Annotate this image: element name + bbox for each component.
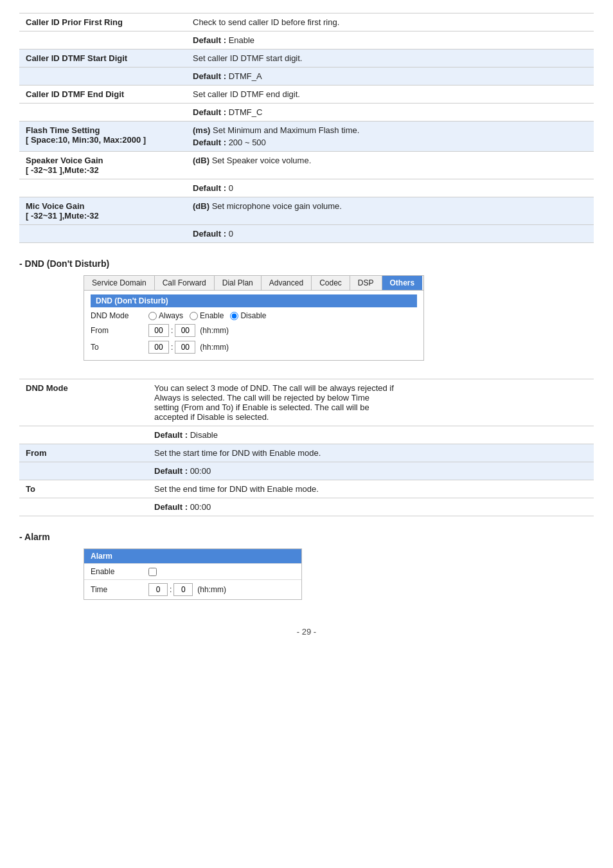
dnd-disable-option[interactable]: Disable	[230, 311, 266, 320]
tab-call-forward[interactable]: Call Forward	[155, 276, 215, 290]
tab-codec[interactable]: Codec	[312, 276, 350, 290]
setting-value: Set caller ID DTMF end digit.	[186, 86, 594, 104]
dnd-setting-label: DND Mode	[19, 379, 148, 426]
tab-service-domain[interactable]: Service Domain	[84, 276, 155, 290]
alarm-time-label: Time	[91, 585, 148, 594]
page-number: - 29 -	[19, 627, 594, 637]
alarm-enable-row: Enable	[84, 563, 301, 579]
alarm-time-input: : (hh:mm)	[148, 583, 226, 596]
dnd-settings-table: DND Mode You can select 3 mode of DND. T…	[19, 379, 594, 516]
dnd-to-label: To	[91, 343, 148, 352]
dnd-mode-label: DND Mode	[91, 311, 148, 320]
table-row: Speaker Voice Gain [ -32~31 ],Mute:-32 (…	[19, 152, 594, 179]
setting-label: Caller ID Prior First Ring	[19, 14, 186, 32]
dnd-from-minute[interactable]	[175, 324, 195, 337]
setting-value: (dB) Set Speaker voice volume.	[186, 152, 594, 179]
setting-label: Flash Time Setting [ Space:10, Min:30, M…	[19, 122, 186, 152]
table-row: Caller ID DTMF End Digit Set caller ID D…	[19, 86, 594, 104]
tab-content: DND (Don't Disturb) DND Mode Always Enab…	[84, 291, 423, 360]
default-row: Default : Enable	[186, 32, 594, 50]
dnd-from-hour[interactable]	[148, 324, 169, 337]
setting-value: Set caller ID DTMF start digit.	[186, 50, 594, 68]
dnd-default-row: Default : 00:00	[148, 498, 594, 516]
dnd-to-minute[interactable]	[175, 341, 195, 354]
table-row: Default : 0	[19, 179, 594, 197]
table-row: Caller ID Prior First Ring Check to send…	[19, 14, 594, 32]
setting-label: Speaker Voice Gain [ -32~31 ],Mute:-32	[19, 152, 186, 179]
dnd-mode-radio-group: Always Enable Disable	[148, 311, 266, 320]
dnd-setting-value: You can select 3 mode of DND. The call w…	[148, 379, 594, 426]
table-row: To Set the end time for DND with Enable …	[19, 480, 594, 498]
dnd-default-row: Default : 00:00	[148, 462, 594, 480]
default-row: Default : DTMF_C	[186, 104, 594, 122]
dnd-setting-label: From	[19, 444, 148, 462]
tab-dial-plan[interactable]: Dial Plan	[215, 276, 262, 290]
dnd-from-row: From : (hh:mm)	[91, 324, 417, 337]
alarm-time-hour[interactable]	[148, 583, 168, 596]
tab-dsp[interactable]: DSP	[350, 276, 382, 290]
table-row: Default : DTMF_C	[19, 104, 594, 122]
setting-value: (ms) Set Minimum and Maximum Flash time.…	[186, 122, 594, 152]
dnd-mode-row: DND Mode Always Enable Disable	[91, 311, 417, 320]
setting-label: Caller ID DTMF Start Digit	[19, 50, 186, 68]
alarm-enable-checkbox[interactable]	[148, 568, 157, 576]
dnd-from-label: From	[91, 326, 148, 335]
dnd-setting-value: Set the end time for DND with Enable mod…	[148, 480, 594, 498]
setting-label: Caller ID DTMF End Digit	[19, 86, 186, 104]
dnd-default-row: Default : Disable	[148, 426, 594, 444]
setting-label: Mic Voice Gain [ -32~31 ],Mute:-32	[19, 197, 186, 225]
table-row: Default : Disable	[19, 426, 594, 444]
alarm-enable-label: Enable	[91, 567, 148, 576]
table-row: DND Mode You can select 3 mode of DND. T…	[19, 379, 594, 426]
table-row: Mic Voice Gain [ -32~31 ],Mute:-32 (dB) …	[19, 197, 594, 225]
dnd-enable-option[interactable]: Enable	[190, 311, 224, 320]
dnd-disable-radio[interactable]	[230, 312, 238, 320]
dnd-to-hour[interactable]	[148, 341, 169, 354]
dnd-setting-value: Set the start time for DND with Enable m…	[148, 444, 594, 462]
table-row: Default : 00:00	[19, 498, 594, 516]
dnd-to-row: To : (hh:mm)	[91, 341, 417, 354]
table-row: Caller ID DTMF Start Digit Set caller ID…	[19, 50, 594, 68]
alarm-section-title: - Alarm	[19, 532, 594, 542]
tab-others[interactable]: Others	[382, 276, 423, 290]
dnd-always-radio[interactable]	[148, 312, 157, 320]
dnd-from-time: : (hh:mm)	[148, 324, 229, 337]
default-row: Default : 0	[186, 225, 594, 243]
dnd-section-title: - DND (Don't Disturb)	[19, 258, 594, 269]
default-row: Default : 0	[186, 179, 594, 197]
alarm-panel-header: Alarm	[84, 549, 301, 563]
dnd-setting-label: To	[19, 480, 148, 498]
table-row: Default : DTMF_A	[19, 68, 594, 86]
table-row: Default : 00:00	[19, 462, 594, 480]
table-row: Default : 0	[19, 225, 594, 243]
dnd-enable-radio[interactable]	[190, 312, 198, 320]
table-row: Default : Enable	[19, 32, 594, 50]
active-tab-panel-label: DND (Don't Disturb)	[91, 294, 417, 307]
settings-table: Caller ID Prior First Ring Check to send…	[19, 13, 594, 243]
alarm-time-row: Time : (hh:mm)	[84, 579, 301, 599]
dnd-to-time: : (hh:mm)	[148, 341, 229, 354]
table-row: Flash Time Setting [ Space:10, Min:30, M…	[19, 122, 594, 152]
alarm-time-minute[interactable]	[173, 583, 193, 596]
tab-advanced[interactable]: Advanced	[262, 276, 312, 290]
dnd-tab-widget: Service Domain Call Forward Dial Plan Ad…	[84, 275, 424, 361]
setting-value: Check to send caller ID before first rin…	[186, 14, 594, 32]
table-row: From Set the start time for DND with Ena…	[19, 444, 594, 462]
dnd-always-option[interactable]: Always	[148, 311, 183, 320]
default-row: Default : DTMF_A	[186, 68, 594, 86]
tab-bar: Service Domain Call Forward Dial Plan Ad…	[84, 276, 423, 291]
alarm-widget: Alarm Enable Time : (hh:mm)	[84, 548, 302, 600]
setting-value: (dB) Set microphone voice gain volume.	[186, 197, 594, 225]
